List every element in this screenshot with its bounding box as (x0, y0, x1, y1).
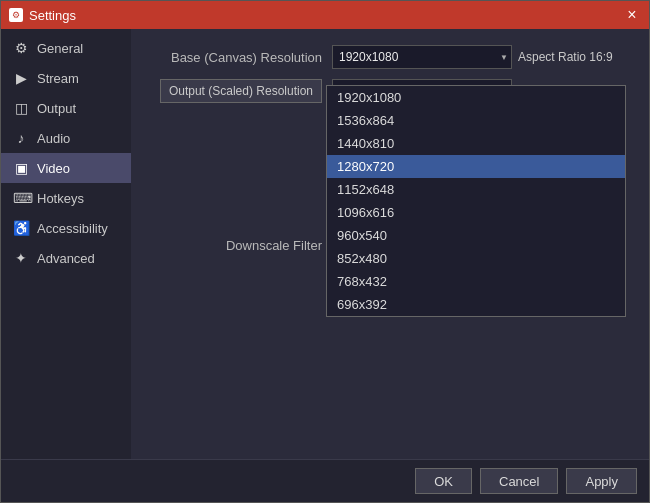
sidebar-item-label: Accessibility (37, 221, 108, 236)
sidebar-item-audio[interactable]: ♪ Audio (1, 123, 131, 153)
sidebar-item-label: Video (37, 161, 70, 176)
dropdown-item-0[interactable]: 1920x1080 (327, 86, 625, 109)
dropdown-item-8[interactable]: 768x432 (327, 270, 625, 293)
apply-button[interactable]: Apply (566, 468, 637, 494)
dropdown-item-2[interactable]: 1440x810 (327, 132, 625, 155)
settings-window: ⚙ Settings × ⚙ General ▶ Stream ◫ Output… (0, 0, 650, 503)
base-resolution-select-wrapper: 1920x1080 (332, 45, 512, 69)
cancel-button[interactable]: Cancel (480, 468, 558, 494)
sidebar-item-output[interactable]: ◫ Output (1, 93, 131, 123)
sidebar-item-stream[interactable]: ▶ Stream (1, 63, 131, 93)
window-title: Settings (29, 8, 76, 23)
gear-icon: ⚙ (13, 40, 29, 56)
titlebar: ⚙ Settings × (1, 1, 649, 29)
base-resolution-row: Base (Canvas) Resolution 1920x1080 Aspec… (147, 45, 633, 69)
accessibility-icon: ♿ (13, 220, 29, 236)
sidebar-item-accessibility[interactable]: ♿ Accessibility (1, 213, 131, 243)
main-content: ⚙ General ▶ Stream ◫ Output ♪ Audio ▣ Vi… (1, 29, 649, 459)
sidebar-item-video[interactable]: ▣ Video (1, 153, 131, 183)
sidebar-item-hotkeys[interactable]: ⌨ Hotkeys (1, 183, 131, 213)
advanced-icon: ✦ (13, 250, 29, 266)
hotkeys-icon: ⌨ (13, 190, 29, 206)
sidebar-item-general[interactable]: ⚙ General (1, 33, 131, 63)
audio-icon: ♪ (13, 130, 29, 146)
sidebar: ⚙ General ▶ Stream ◫ Output ♪ Audio ▣ Vi… (1, 29, 131, 459)
base-resolution-label: Base (Canvas) Resolution (147, 50, 332, 65)
video-icon: ▣ (13, 160, 29, 176)
dropdown-item-6[interactable]: 960x540 (327, 224, 625, 247)
base-resolution-select[interactable]: 1920x1080 (332, 45, 512, 69)
dropdown-item-9[interactable]: 696x392 (327, 293, 625, 316)
downscale-label: Downscale Filter (147, 238, 332, 253)
bottom-bar: OK Cancel Apply (1, 459, 649, 502)
dropdown-item-4[interactable]: 1152x648 (327, 178, 625, 201)
sidebar-item-label: Advanced (37, 251, 95, 266)
output-resolution-label: Output (Scaled) Resolution (147, 79, 332, 103)
dropdown-item-1[interactable]: 1536x864 (327, 109, 625, 132)
ok-button[interactable]: OK (415, 468, 472, 494)
base-aspect-ratio-label: Aspect Ratio 16:9 (518, 50, 613, 64)
titlebar-left: ⚙ Settings (9, 8, 76, 23)
output-icon: ◫ (13, 100, 29, 116)
dropdown-item-3[interactable]: 1280x720 (327, 155, 625, 178)
close-button[interactable]: × (623, 6, 641, 24)
dropdown-item-5[interactable]: 1096x616 (327, 201, 625, 224)
dropdown-item-7[interactable]: 852x480 (327, 247, 625, 270)
sidebar-item-label: Stream (37, 71, 79, 86)
sidebar-item-label: Hotkeys (37, 191, 84, 206)
output-resolution-button[interactable]: Output (Scaled) Resolution (160, 79, 322, 103)
app-icon: ⚙ (9, 8, 23, 22)
resolution-dropdown: 1920x10801536x8641440x8101280x7201152x64… (326, 85, 626, 317)
sidebar-item-advanced[interactable]: ✦ Advanced (1, 243, 131, 273)
sidebar-item-label: Output (37, 101, 76, 116)
base-resolution-controls: 1920x1080 Aspect Ratio 16:9 (332, 45, 633, 69)
sidebar-item-label: Audio (37, 131, 70, 146)
stream-icon: ▶ (13, 70, 29, 86)
main-panel: Base (Canvas) Resolution 1920x1080 Aspec… (131, 29, 649, 459)
sidebar-item-label: General (37, 41, 83, 56)
